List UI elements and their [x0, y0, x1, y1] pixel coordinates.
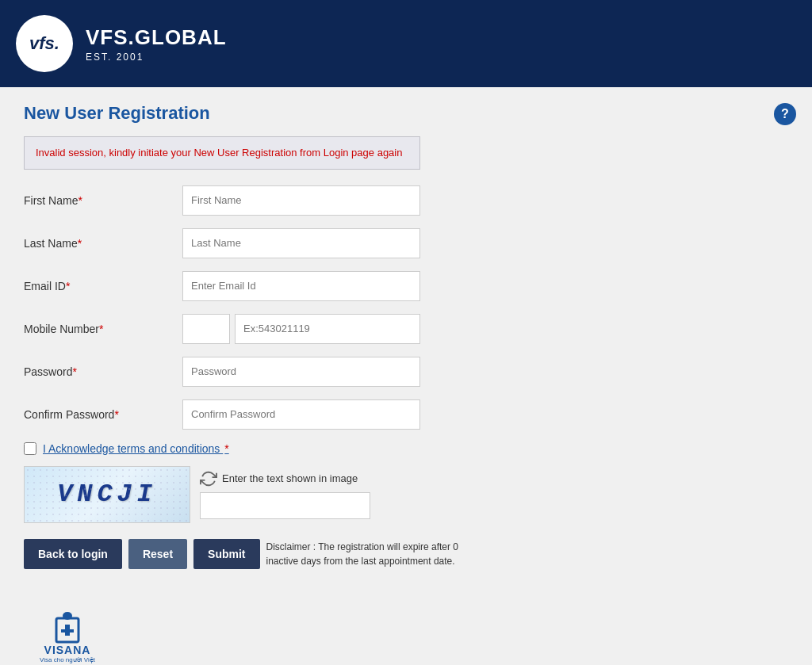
first-name-row: First Name* — [24, 185, 619, 216]
visana-logo: VISANA Visa cho người Việt — [40, 609, 95, 663]
main-content: New User Registration ? Invalid session,… — [0, 87, 812, 665]
first-name-input[interactable] — [182, 185, 420, 216]
submit-button[interactable]: Submit — [193, 539, 259, 569]
first-name-label: First Name* — [24, 194, 182, 207]
visana-brand-text: VISANA — [44, 644, 91, 656]
email-row: Email ID* — [24, 271, 619, 301]
brand-name: VFS.GLOBAL — [86, 25, 227, 50]
last-name-label: Last Name* — [24, 237, 182, 250]
last-name-row: Last Name* — [24, 228, 619, 258]
refresh-icon[interactable] — [200, 470, 217, 487]
captcha-section: VNCJI Enter the text shown in image — [24, 466, 619, 523]
password-input[interactable] — [182, 357, 420, 387]
vfs-logo: vfs. — [16, 15, 73, 72]
email-input[interactable] — [182, 271, 420, 301]
page-title: New User Registration — [24, 103, 788, 124]
visana-sub-text: Visa cho người Việt — [40, 656, 95, 663]
email-label: Email ID* — [24, 280, 182, 292]
svg-rect-3 — [61, 629, 74, 633]
mobile-prefix-input[interactable] — [182, 314, 230, 344]
acknowledge-row: I Acknowledge terms and conditions * — [24, 442, 619, 455]
mobile-inputs — [182, 314, 420, 344]
acknowledge-checkbox[interactable] — [24, 442, 36, 455]
confirm-password-label: Confirm Password* — [24, 408, 182, 421]
captcha-input[interactable] — [200, 492, 370, 519]
mobile-label: Mobile Number* — [24, 323, 182, 335]
footer: VISANA Visa cho người Việt — [24, 601, 788, 666]
last-name-input[interactable] — [182, 228, 420, 258]
confirm-password-row: Confirm Password* — [24, 399, 619, 430]
logo-text: vfs. — [29, 35, 59, 52]
reset-button[interactable]: Reset — [128, 539, 187, 569]
captcha-label-row: Enter the text shown in image — [200, 470, 370, 487]
captcha-image: VNCJI — [24, 466, 190, 523]
visana-icon — [55, 609, 80, 644]
captcha-right: Enter the text shown in image — [200, 470, 370, 519]
error-message: Invalid session, kindly initiate your Ne… — [24, 136, 420, 170]
svg-rect-1 — [63, 612, 72, 620]
header: vfs. VFS.GLOBAL EST. 2001 — [0, 0, 812, 87]
registration-form: First Name* Last Name* Email ID* Mobile … — [24, 185, 619, 569]
mobile-row: Mobile Number* — [24, 314, 619, 344]
brand-info: VFS.GLOBAL EST. 2001 — [86, 25, 227, 63]
captcha-instruction: Enter the text shown in image — [222, 472, 358, 484]
password-row: Password* — [24, 357, 619, 387]
disclaimer-text: Disclaimer : The registration will expir… — [266, 540, 488, 568]
confirm-password-input[interactable] — [182, 399, 420, 430]
captcha-dots — [25, 467, 190, 522]
brand-est: EST. 2001 — [86, 52, 227, 63]
password-label: Password* — [24, 365, 182, 378]
acknowledge-label[interactable]: I Acknowledge terms and conditions * — [43, 442, 229, 455]
buttons-row: Back to login Reset Submit Disclaimer : … — [24, 539, 619, 569]
back-to-login-button[interactable]: Back to login — [24, 539, 122, 569]
help-icon[interactable]: ? — [774, 103, 796, 125]
mobile-number-input[interactable] — [235, 314, 420, 344]
